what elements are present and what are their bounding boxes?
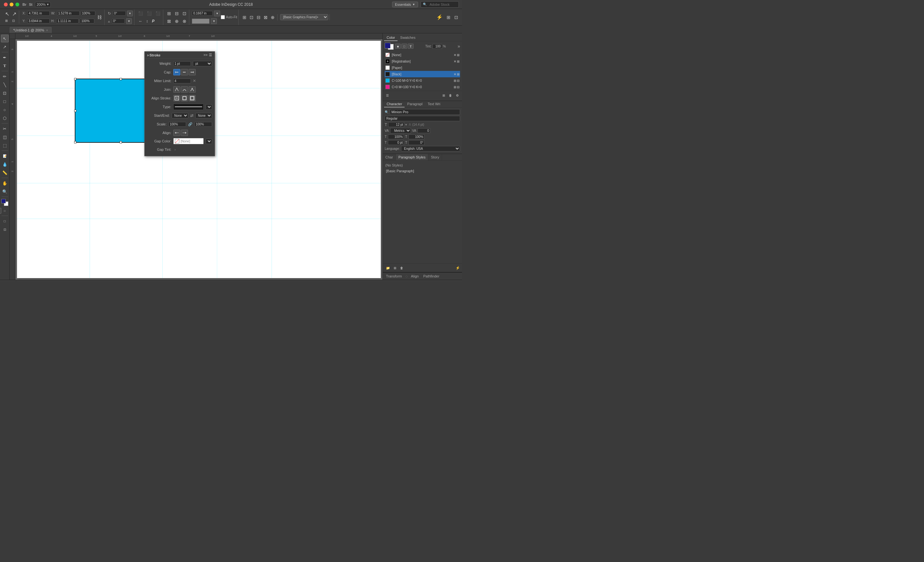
polygon-tool[interactable]: ⬡: [1, 114, 9, 122]
tab-char-styles[interactable]: Char: [383, 154, 396, 160]
dist1[interactable]: ⊞: [166, 10, 172, 16]
tab-close[interactable]: ×: [46, 28, 48, 32]
align-left[interactable]: ⬛: [137, 10, 144, 16]
scale-h-input[interactable]: [388, 134, 404, 139]
join-bevel[interactable]: [189, 86, 196, 93]
kerning-input[interactable]: [417, 128, 430, 133]
close-button[interactable]: [4, 3, 8, 6]
w-field[interactable]: [57, 11, 80, 16]
style-input[interactable]: [385, 116, 460, 121]
align-right-btn[interactable]: [181, 130, 188, 136]
stroke-collapse-icon[interactable]: ▶: [147, 54, 150, 57]
preview-mode[interactable]: ⊡: [1, 225, 9, 233]
frame-tool[interactable]: ⊡: [11, 17, 18, 24]
tab-color[interactable]: Color: [384, 34, 398, 41]
swatch-magenta[interactable]: C=0 M=100 Y=0 K=0 ⊞ ⊟: [385, 84, 460, 90]
align-center-stroke[interactable]: [173, 95, 180, 101]
language-select[interactable]: English: USA: [401, 146, 460, 151]
tab-paragraph[interactable]: Paragrapl: [405, 101, 425, 108]
dist3[interactable]: ⊡: [181, 10, 188, 16]
mag-edit[interactable]: ⊞: [454, 85, 456, 89]
tracking-select[interactable]: Metrics: [390, 128, 411, 133]
align-right[interactable]: ⬛: [154, 10, 162, 16]
reg-new[interactable]: ⊞: [457, 60, 459, 63]
scale-input2[interactable]: [194, 122, 212, 127]
new-style[interactable]: ⊞: [392, 265, 398, 271]
w-pct[interactable]: [81, 11, 95, 16]
note-tool[interactable]: 📝: [1, 152, 9, 160]
handle-ml[interactable]: [74, 110, 76, 112]
join-miter[interactable]: [173, 86, 180, 93]
text-mode[interactable]: T: [408, 43, 414, 49]
panel-menu[interactable]: ☰: [385, 92, 390, 99]
new-swatch[interactable]: ⊞: [441, 92, 446, 99]
handle-bl[interactable]: [74, 141, 76, 143]
new-icon[interactable]: ⊞: [457, 53, 459, 57]
direct-selection-tool[interactable]: ↗: [11, 10, 18, 17]
search-bar[interactable]: 🔍: [421, 1, 459, 8]
start-select[interactable]: None: [172, 113, 188, 118]
stroke-color-dropdown[interactable]: ▼: [211, 18, 217, 24]
direct-select-tool[interactable]: ↗: [1, 43, 9, 51]
h-field[interactable]: [56, 19, 79, 23]
cyan-del[interactable]: ⊟: [457, 79, 459, 82]
transform-icon4[interactable]: ⊠: [262, 14, 269, 21]
zoom-control[interactable]: 200% ▼: [35, 2, 51, 7]
size-input[interactable]: [388, 122, 404, 127]
gradient-tool[interactable]: ◫: [1, 133, 9, 141]
ellipse-tool[interactable]: ○: [1, 106, 9, 114]
foreground-background[interactable]: [1, 199, 8, 206]
selection-tool[interactable]: ↖: [4, 10, 10, 17]
maximize-button[interactable]: [15, 3, 19, 6]
black-new[interactable]: ⊞: [457, 72, 459, 76]
rotate-dropdown[interactable]: ▼: [127, 10, 133, 16]
type-tool[interactable]: T: [1, 62, 9, 70]
stroke-mode[interactable]: □: [401, 43, 407, 49]
size-dropdown[interactable]: ▼: [405, 123, 408, 126]
pen-tool[interactable]: ✒: [1, 54, 9, 61]
align-outside-stroke[interactable]: [189, 95, 196, 101]
swatch-black[interactable]: [Black] ✕ ⊞: [385, 71, 460, 77]
grid-tool[interactable]: ⊞: [4, 17, 10, 24]
miter-input[interactable]: [173, 79, 191, 83]
align-inside-stroke[interactable]: [181, 95, 188, 101]
h-pct[interactable]: [80, 19, 94, 23]
miter-clear[interactable]: ✕: [193, 79, 196, 83]
delete-icon[interactable]: ✕: [454, 53, 456, 57]
foreground-color[interactable]: [1, 199, 6, 203]
transform-icon1[interactable]: ⊞: [241, 14, 248, 21]
shear-field[interactable]: [112, 19, 125, 23]
flip-v[interactable]: ↕: [145, 18, 149, 24]
hand-tool[interactable]: ✋: [1, 179, 9, 187]
scale-input1[interactable]: [168, 122, 186, 127]
constrain-proportions[interactable]: ⛓: [96, 14, 103, 21]
swatch-none[interactable]: [None] ✕ ⊞: [385, 52, 460, 58]
flip-h[interactable]: ↔: [137, 18, 143, 24]
gap-color-swatch[interactable]: [None]: [173, 138, 204, 144]
fg-bg-swatch[interactable]: [385, 43, 394, 50]
cap-butt[interactable]: [173, 69, 180, 75]
fill-mode[interactable]: ■: [395, 43, 401, 49]
auto-fit-label[interactable]: Auto-Fit: [221, 15, 237, 19]
chain-link[interactable]: 🔗: [188, 122, 192, 126]
tab-textwrap[interactable]: Text Wri: [425, 101, 443, 108]
x-field[interactable]: [27, 11, 50, 16]
transform-icon5[interactable]: ⊕: [270, 14, 276, 21]
stroke-dropdown[interactable]: ▼: [214, 10, 220, 16]
dist2[interactable]: ⊟: [174, 10, 180, 16]
align-center[interactable]: ⬛: [146, 10, 153, 16]
measure-tool[interactable]: 📏: [1, 169, 9, 177]
swatch-options[interactable]: ⚙: [454, 92, 460, 99]
rect-frame-tool[interactable]: ⊡: [1, 89, 9, 97]
join-round[interactable]: [181, 86, 188, 93]
tab-pathfinder[interactable]: Pathfinder: [422, 274, 441, 279]
shear-dropdown[interactable]: ▼: [126, 18, 132, 24]
transform-icon3[interactable]: ⊟: [255, 14, 262, 21]
swatch-paper[interactable]: [Paper]: [385, 64, 460, 71]
tab-story[interactable]: Story: [428, 154, 442, 160]
rect-tool[interactable]: □: [1, 97, 9, 105]
handle-bc[interactable]: [120, 141, 122, 143]
search-input[interactable]: [428, 2, 456, 7]
delete-style[interactable]: 🗑: [399, 265, 405, 271]
scale-v-input[interactable]: [408, 134, 424, 139]
